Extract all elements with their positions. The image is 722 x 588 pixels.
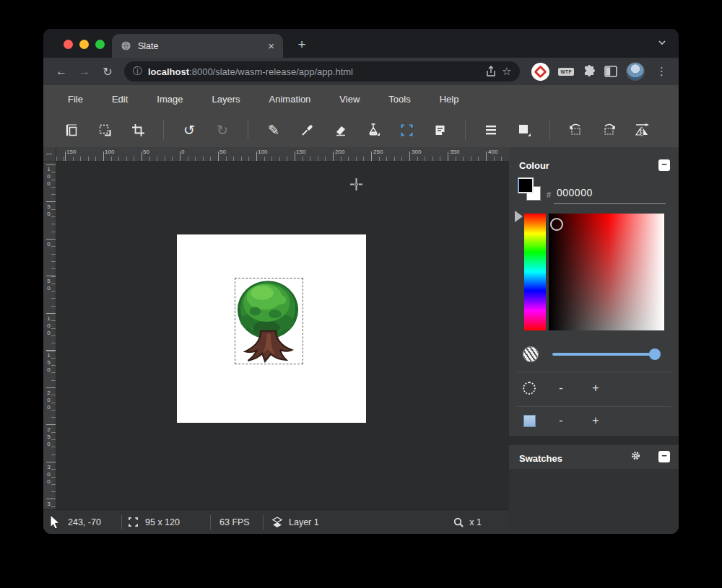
forward-icon[interactable]: → (75, 62, 94, 81)
toolbar-divider (549, 120, 550, 140)
ruler-label: 300 (412, 149, 421, 155)
layers-icon (272, 517, 282, 528)
ruler-label: 350 (450, 149, 459, 155)
ruler-label: 50 (45, 203, 52, 218)
site-info-icon[interactable]: ⓘ (133, 65, 142, 78)
pencil-tool-button[interactable]: ✎ (262, 118, 285, 141)
hex-input-underline (554, 203, 666, 204)
ruler-label: 150 (66, 149, 76, 155)
back-icon[interactable]: ← (52, 62, 71, 81)
hue-slider[interactable] (524, 214, 546, 330)
traffic-lights (64, 40, 105, 49)
ruler-label: 150 (296, 149, 305, 155)
extensions-puzzle-icon[interactable] (583, 65, 596, 78)
profile-avatar[interactable] (626, 62, 645, 81)
notes-tool-button[interactable] (428, 118, 451, 141)
fill-tool-button[interactable] (362, 118, 385, 141)
lightness-plus-button[interactable]: + (586, 379, 606, 397)
share-icon[interactable] (486, 66, 496, 77)
canvas-area[interactable]: 15010050050100150200250300350400 1005005… (43, 147, 509, 509)
panel-separator (509, 436, 679, 445)
extension-red-icon[interactable] (531, 63, 549, 81)
fg-bg-swatches[interactable] (518, 177, 542, 202)
menu-image[interactable]: Image (142, 85, 197, 113)
zoom-window-button[interactable] (95, 40, 105, 49)
menu-edit[interactable]: Edit (97, 85, 142, 113)
current-layer-status[interactable]: Layer 1 (264, 517, 453, 528)
colour-panel-title: Colour (519, 160, 549, 171)
colour-collapse-button[interactable]: − (658, 159, 670, 171)
rotate-cw-button[interactable] (597, 118, 620, 141)
side-panel-icon[interactable] (604, 66, 617, 77)
right-panel: Colour − # 000000 - + (509, 147, 679, 534)
saturation-value-picker[interactable] (549, 214, 664, 330)
resize-canvas-button[interactable] (60, 118, 83, 141)
resize-selection-button[interactable] (93, 118, 116, 141)
swatches-panel-title: Swatches (519, 453, 562, 464)
browser-tab[interactable]: Slate × (112, 34, 283, 58)
ruler-label: 350 (45, 501, 52, 509)
workspace: 15010050050100150200250300350400 1005005… (43, 147, 679, 534)
swatches-collapse-button[interactable]: − (658, 451, 670, 462)
tab-search-chevron-icon[interactable] (657, 38, 667, 48)
foreground-colour-swatch[interactable] (518, 177, 534, 193)
extension-wtf-icon[interactable]: WTF (558, 68, 574, 76)
eraser-tool-button[interactable] (329, 118, 352, 141)
hex-colour-input[interactable]: 000000 (557, 187, 593, 198)
select-tool-button[interactable] (395, 118, 418, 141)
hex-prefix-label: # (547, 190, 551, 199)
address-bar[interactable]: ⓘ localhost:8000/slate/wasm-release/app/… (124, 61, 520, 82)
crop-button[interactable] (126, 118, 149, 141)
ruler-label: 400 (488, 149, 497, 155)
menu-file[interactable]: File (53, 85, 97, 113)
menu-tools[interactable]: Tools (374, 85, 425, 113)
swatches-empty-area[interactable] (509, 469, 679, 534)
ruler-label: 200 (45, 390, 52, 411)
lightness-minus-button[interactable]: - (551, 379, 571, 397)
picker-cursor-ring[interactable] (550, 218, 563, 231)
redo-button[interactable]: ↻ (211, 118, 234, 141)
canvas-column: 15010050050100150200250300350400 1005005… (43, 147, 509, 534)
tool-bar: ↺ ↻ ✎ (43, 113, 679, 147)
ruler-label: 150 (45, 352, 52, 374)
ruler-label: 250 (373, 149, 383, 155)
toolbar-divider (465, 120, 466, 140)
flip-button[interactable] (630, 118, 653, 141)
shade-plus-button[interactable]: + (586, 412, 606, 429)
menu-view[interactable]: View (325, 85, 374, 113)
shade-minus-button[interactable]: - (551, 412, 571, 429)
menu-help[interactable]: Help (425, 85, 474, 113)
tab-title: Slate (138, 41, 261, 51)
ruler-label: 0 (181, 149, 184, 155)
minimize-window-button[interactable] (79, 40, 89, 49)
alpha-slider-handle[interactable] (649, 348, 661, 360)
menu-layers[interactable]: Layers (198, 85, 255, 113)
slate-app: File Edit Image Layers Animation View To… (43, 85, 679, 534)
favicon-globe-icon (121, 40, 131, 51)
cursor-arrow-icon (49, 514, 61, 530)
alpha-slider[interactable] (552, 353, 655, 356)
ruler-label: 200 (335, 149, 344, 155)
line-thickness-button[interactable] (479, 118, 503, 141)
toolbar-divider (248, 120, 248, 140)
close-window-button[interactable] (64, 40, 73, 49)
bookmark-star-icon[interactable]: ☆ (502, 65, 511, 78)
shape-tool-button[interactable] (513, 118, 536, 141)
magnifier-icon (453, 517, 464, 527)
status-bar: 243, -70 95 x 120 63 FPS (43, 509, 509, 534)
swatches-settings-gear-icon[interactable] (630, 450, 641, 461)
ruler-left: 10050050100150200250300350 (43, 162, 56, 509)
menu-animation[interactable]: Animation (255, 85, 326, 113)
new-tab-button[interactable]: + (292, 35, 311, 54)
zoom-level-status: x 1 (453, 517, 482, 527)
tab-close-icon[interactable]: × (268, 40, 274, 51)
ruler-label: 100 (45, 166, 52, 188)
browser-menu-kebab-icon[interactable]: ⋮ (653, 65, 670, 78)
reload-icon[interactable]: ↻ (98, 62, 117, 81)
eyedropper-tool-button[interactable] (295, 118, 318, 141)
ruler-top: 15010050050100150200250300350400 (56, 147, 509, 162)
selection-marquee[interactable] (235, 278, 303, 364)
rotate-ccw-button[interactable] (564, 118, 587, 141)
ruler-label: 300 (45, 464, 52, 486)
undo-button[interactable]: ↺ (178, 118, 201, 141)
